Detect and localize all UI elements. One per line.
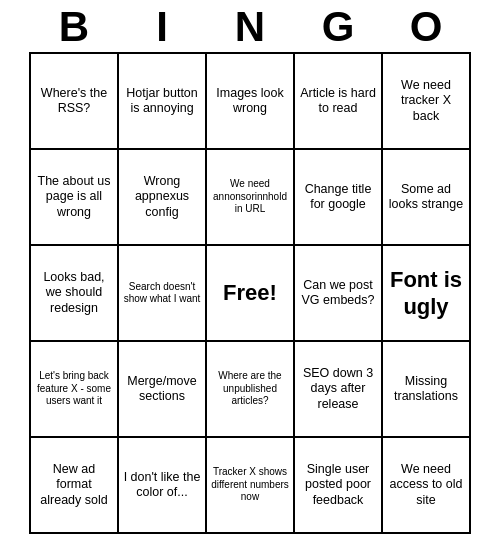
- bingo-letter-i: I: [118, 4, 206, 50]
- bingo-cell-2[interactable]: Images look wrong: [207, 54, 295, 150]
- bingo-cell-21[interactable]: I don't like the color of...: [119, 438, 207, 534]
- bingo-cell-18[interactable]: SEO down 3 days after release: [295, 342, 383, 438]
- bingo-cell-1[interactable]: Hotjar button is annoying: [119, 54, 207, 150]
- bingo-cell-19[interactable]: Missing translations: [383, 342, 471, 438]
- bingo-cell-13[interactable]: Can we post VG embeds?: [295, 246, 383, 342]
- bingo-cell-0[interactable]: Where's the RSS?: [31, 54, 119, 150]
- bingo-cell-6[interactable]: Wrong appnexus config: [119, 150, 207, 246]
- bingo-cell-4[interactable]: We need tracker X back: [383, 54, 471, 150]
- bingo-cell-12[interactable]: Free!: [207, 246, 295, 342]
- bingo-cell-22[interactable]: Tracker X shows different numbers now: [207, 438, 295, 534]
- bingo-cell-20[interactable]: New ad format already sold: [31, 438, 119, 534]
- bingo-cell-24[interactable]: We need access to old site: [383, 438, 471, 534]
- bingo-cell-11[interactable]: Search doesn't show what I want: [119, 246, 207, 342]
- bingo-cell-17[interactable]: Where are the unpublished articles?: [207, 342, 295, 438]
- bingo-cell-8[interactable]: Change title for google: [295, 150, 383, 246]
- bingo-cell-15[interactable]: Let's bring back feature X - some users …: [31, 342, 119, 438]
- bingo-cell-7[interactable]: We need annonsorinnhold in URL: [207, 150, 295, 246]
- bingo-letter-o: O: [382, 4, 470, 50]
- bingo-cell-14[interactable]: Font is ugly: [383, 246, 471, 342]
- bingo-grid: Where's the RSS?Hotjar button is annoyin…: [29, 52, 471, 534]
- bingo-cell-23[interactable]: Single user posted poor feedback: [295, 438, 383, 534]
- bingo-cell-5[interactable]: The about us page is all wrong: [31, 150, 119, 246]
- bingo-cell-16[interactable]: Merge/move sections: [119, 342, 207, 438]
- bingo-letter-g: G: [294, 4, 382, 50]
- bingo-cell-9[interactable]: Some ad looks strange: [383, 150, 471, 246]
- bingo-letter-n: N: [206, 4, 294, 50]
- bingo-cell-3[interactable]: Article is hard to read: [295, 54, 383, 150]
- bingo-cell-10[interactable]: Looks bad, we should redesign: [31, 246, 119, 342]
- bingo-header: BINGO: [0, 0, 500, 52]
- bingo-letter-b: B: [30, 4, 118, 50]
